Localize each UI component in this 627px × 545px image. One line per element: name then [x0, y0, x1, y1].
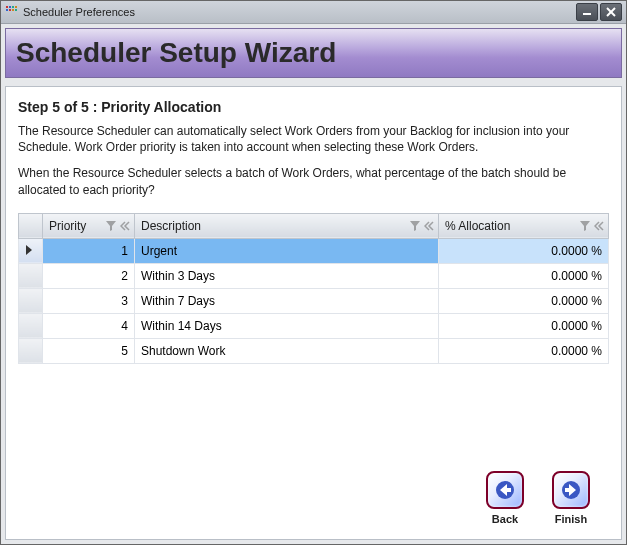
wizard-title: Scheduler Setup Wizard	[16, 37, 336, 69]
cell-allocation[interactable]: 0.0000 %	[439, 238, 609, 263]
column-header-priority[interactable]: Priority	[43, 213, 135, 238]
row-handle[interactable]	[19, 338, 43, 363]
intro-paragraph-2: When the Resource Scheduler selects a ba…	[18, 165, 609, 197]
titlebar: Scheduler Preferences	[1, 1, 626, 24]
window-title: Scheduler Preferences	[23, 6, 576, 18]
content-panel: Step 5 of 5 : Priority Allocation The Re…	[5, 86, 622, 540]
intro-paragraph-1: The Resource Scheduler can automatically…	[18, 123, 609, 155]
column-label: Description	[141, 219, 201, 233]
filter-icon[interactable]	[106, 221, 116, 231]
priority-grid[interactable]: Priority Description	[18, 212, 609, 364]
svg-rect-1	[9, 6, 11, 8]
arrow-left-icon	[486, 471, 524, 509]
cell-allocation[interactable]: 0.0000 %	[439, 288, 609, 313]
svg-rect-0	[6, 6, 8, 8]
row-handle[interactable]	[19, 313, 43, 338]
app-icon	[5, 5, 19, 19]
column-label: Priority	[49, 219, 86, 233]
table-row[interactable]: 1Urgent0.0000 %	[19, 238, 609, 263]
table-row[interactable]: 5Shutdown Work0.0000 %	[19, 338, 609, 363]
svg-rect-2	[12, 6, 14, 8]
close-button[interactable]	[600, 3, 622, 21]
cell-description[interactable]: Within 7 Days	[135, 288, 439, 313]
column-header-description[interactable]: Description	[135, 213, 439, 238]
svg-rect-5	[9, 9, 11, 11]
cell-description[interactable]: Within 14 Days	[135, 313, 439, 338]
cell-allocation[interactable]: 0.0000 %	[439, 338, 609, 363]
arrow-right-icon	[552, 471, 590, 509]
cell-priority[interactable]: 2	[43, 263, 135, 288]
row-indicator-icon	[25, 244, 36, 258]
row-handle[interactable]	[19, 288, 43, 313]
table-row[interactable]: 2Within 3 Days0.0000 %	[19, 263, 609, 288]
svg-rect-8	[583, 13, 591, 15]
svg-rect-7	[15, 9, 17, 11]
wizard-footer: Back Finish	[18, 463, 609, 527]
filter-icon[interactable]	[580, 221, 590, 231]
svg-rect-4	[6, 9, 8, 11]
finish-label: Finish	[555, 513, 587, 525]
cell-priority[interactable]: 5	[43, 338, 135, 363]
row-handle[interactable]	[19, 238, 43, 263]
back-label: Back	[492, 513, 518, 525]
column-label: % Allocation	[445, 219, 510, 233]
chevrons-left-icon[interactable]	[120, 221, 130, 231]
cell-description[interactable]: Urgent	[135, 238, 439, 263]
svg-rect-3	[15, 6, 17, 8]
cell-priority[interactable]: 4	[43, 313, 135, 338]
back-button[interactable]: Back	[481, 471, 529, 525]
table-row[interactable]: 4Within 14 Days0.0000 %	[19, 313, 609, 338]
minimize-button[interactable]	[576, 3, 598, 21]
cell-allocation[interactable]: 0.0000 %	[439, 313, 609, 338]
cell-description[interactable]: Shutdown Work	[135, 338, 439, 363]
svg-rect-6	[12, 9, 14, 11]
row-handle[interactable]	[19, 263, 43, 288]
cell-priority[interactable]: 3	[43, 288, 135, 313]
cell-priority[interactable]: 1	[43, 238, 135, 263]
cell-allocation[interactable]: 0.0000 %	[439, 263, 609, 288]
titlebar-buttons	[576, 3, 622, 21]
row-header-blank	[19, 213, 43, 238]
step-title: Step 5 of 5 : Priority Allocation	[18, 99, 609, 115]
finish-button[interactable]: Finish	[547, 471, 595, 525]
table-row[interactable]: 3Within 7 Days0.0000 %	[19, 288, 609, 313]
cell-description[interactable]: Within 3 Days	[135, 263, 439, 288]
chevrons-left-icon[interactable]	[424, 221, 434, 231]
wizard-header: Scheduler Setup Wizard	[5, 28, 622, 78]
window-frame: Scheduler Preferences Scheduler Setup Wi…	[0, 0, 627, 545]
chevrons-left-icon[interactable]	[594, 221, 604, 231]
filter-icon[interactable]	[410, 221, 420, 231]
column-header-allocation[interactable]: % Allocation	[439, 213, 609, 238]
